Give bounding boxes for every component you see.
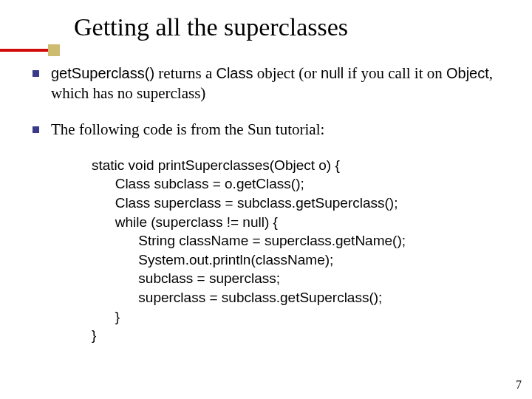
slide-body: getSuperclass() returns a Class object (… <box>0 49 532 345</box>
bullet-1-text: getSuperclass() returns a Class object (… <box>51 64 507 103</box>
code-inline: Object <box>446 65 489 81</box>
code-inline: getSuperclass() <box>51 65 154 81</box>
slide-title: Getting all the superclasses <box>74 13 532 41</box>
bullet-marker-icon <box>33 70 39 77</box>
title-accent-line <box>0 49 48 52</box>
text-span: returns a <box>154 64 216 82</box>
bullet-2-text: The following code is from the Sun tutor… <box>51 120 507 140</box>
text-span: object (or <box>253 64 321 82</box>
code-inline: null <box>321 65 344 81</box>
bullet-marker-icon <box>33 126 39 133</box>
title-accent-box <box>48 44 60 56</box>
code-inline: Class <box>216 65 253 81</box>
slide: Getting all the superclasses getSupercla… <box>0 0 532 399</box>
bullet-1: getSuperclass() returns a Class object (… <box>33 64 507 103</box>
page-number: 7 <box>516 378 522 392</box>
title-area: Getting all the superclasses <box>0 0 532 49</box>
code-block: static void printSuperclasses(Object o) … <box>92 156 507 345</box>
bullet-2: The following code is from the Sun tutor… <box>33 120 507 140</box>
text-span: if you call it on <box>344 64 446 82</box>
